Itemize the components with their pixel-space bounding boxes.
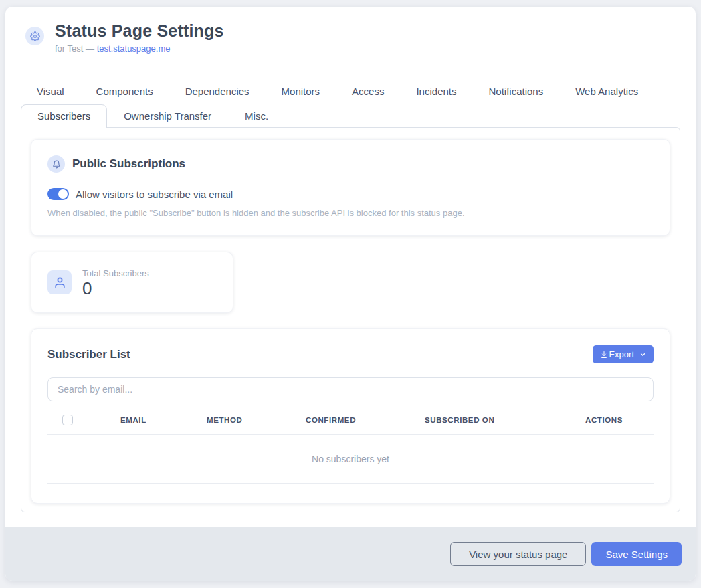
view-status-page-button[interactable]: View your status page: [450, 542, 586, 566]
page-subtitle: for Test — test.statuspage.me: [55, 43, 224, 54]
card-footer: View your status page Save Settings: [5, 527, 696, 581]
public-subscriptions-header: Public Subscriptions: [47, 155, 654, 173]
tab-bar-secondary: Subscribers Ownership Transfer Misc.: [21, 104, 680, 127]
search-input[interactable]: [47, 377, 654, 401]
column-confirmed: CONFIRMED: [306, 416, 425, 424]
card-body: Status Page Settings for Test — test.sta…: [5, 7, 696, 527]
subscribe-toggle-label: Allow visitors to subscribe via email: [76, 189, 233, 200]
tab-dependencies[interactable]: Dependencies: [169, 82, 266, 101]
chevron-down-icon: [639, 351, 646, 358]
tab-misc[interactable]: Misc.: [228, 104, 285, 127]
column-subscribed-on: SUBSCRIBED ON: [425, 416, 585, 424]
subscriber-list-title: Subscriber List: [47, 348, 130, 361]
export-button[interactable]: Export: [593, 345, 654, 363]
subscriber-list-card: Subscriber List Export EMAIL: [31, 328, 670, 504]
empty-state-text: No subscribers yet: [312, 454, 389, 464]
toggle-knob: [58, 189, 68, 199]
tab-bar-primary: Visual Components Dependencies Monitors …: [21, 82, 680, 101]
subscribe-toggle[interactable]: [47, 188, 69, 200]
download-icon: [600, 351, 608, 359]
subtitle-prefix: for Test —: [55, 43, 97, 54]
export-button-label: Export: [609, 349, 634, 359]
select-all-checkbox[interactable]: [62, 415, 73, 425]
stat-value: 0: [82, 280, 149, 297]
tab-notifications[interactable]: Notifications: [473, 82, 560, 101]
table-empty-row: No subscribers yet: [47, 435, 654, 484]
stat-text: Total Subscribers 0: [82, 268, 149, 297]
gear-icon: [25, 27, 44, 45]
public-subscriptions-card: Public Subscriptions Allow visitors to s…: [31, 139, 670, 236]
bell-icon: [47, 155, 65, 173]
tab-incidents[interactable]: Incidents: [400, 82, 472, 101]
public-subscriptions-title: Public Subscriptions: [72, 157, 185, 171]
total-subscribers-card: Total Subscribers 0: [31, 252, 233, 313]
stat-label: Total Subscribers: [82, 268, 149, 278]
column-method: METHOD: [207, 416, 306, 424]
subscribe-toggle-row: Allow visitors to subscribe via email: [47, 188, 654, 200]
table-header-row: EMAIL METHOD CONFIRMED SUBSCRIBED ON ACT…: [47, 415, 654, 435]
select-all-cell: [47, 415, 120, 425]
tab-access[interactable]: Access: [336, 82, 400, 101]
tab-monitors[interactable]: Monitors: [266, 82, 336, 101]
tab-subscribers[interactable]: Subscribers: [21, 104, 107, 128]
status-page-link[interactable]: test.statuspage.me: [97, 43, 171, 54]
user-icon: [47, 270, 72, 294]
subscriber-list-header: Subscriber List Export: [47, 345, 654, 363]
page-title: Status Page Settings: [55, 21, 224, 41]
tab-web-analytics[interactable]: Web Analytics: [559, 82, 654, 101]
page-header-text: Status Page Settings for Test — test.sta…: [55, 21, 224, 54]
subscribers-panel: Public Subscriptions Allow visitors to s…: [21, 127, 680, 512]
tab-ownership-transfer[interactable]: Ownership Transfer: [107, 104, 228, 127]
save-settings-button[interactable]: Save Settings: [591, 542, 682, 566]
column-actions: ACTIONS: [585, 416, 654, 424]
tab-visual[interactable]: Visual: [21, 82, 80, 101]
tab-components[interactable]: Components: [80, 82, 169, 101]
settings-card: Status Page Settings for Test — test.sta…: [5, 7, 696, 581]
page-header: Status Page Settings for Test — test.sta…: [25, 21, 680, 54]
column-email: EMAIL: [120, 416, 207, 424]
subscribe-help-text: When disabled, the public "Subscribe" bu…: [47, 208, 654, 218]
